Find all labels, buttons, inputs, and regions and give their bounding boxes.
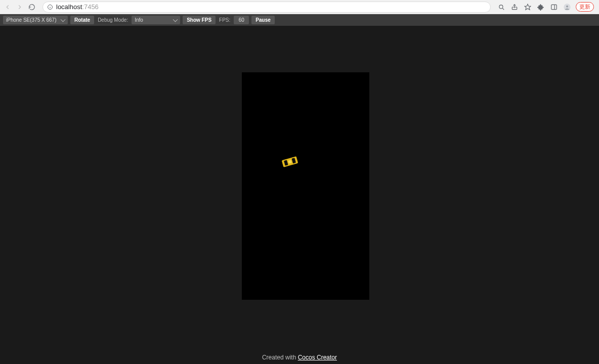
show-fps-button[interactable]: Show FPS bbox=[183, 16, 216, 24]
fps-value: 60 bbox=[239, 17, 244, 23]
forward-icon[interactable] bbox=[15, 3, 24, 12]
svg-marker-6 bbox=[525, 4, 531, 10]
footer-prefix: Created with bbox=[262, 354, 298, 361]
reload-icon[interactable] bbox=[27, 3, 36, 12]
fps-label: FPS: bbox=[218, 17, 231, 23]
device-select[interactable]: iPhone SE(375 X 667) bbox=[3, 16, 68, 24]
device-select-value: iPhone SE(375 X 667) bbox=[6, 17, 57, 23]
svg-line-4 bbox=[502, 8, 504, 10]
search-in-page-icon[interactable] bbox=[497, 3, 506, 12]
url-port: :7456 bbox=[82, 3, 99, 11]
url-text: localhost:7456 bbox=[56, 3, 99, 11]
panel-icon[interactable] bbox=[549, 3, 559, 12]
debug-mode-label: Debug Mode: bbox=[97, 17, 129, 23]
share-icon[interactable] bbox=[510, 3, 519, 12]
site-info-icon[interactable] bbox=[47, 4, 53, 10]
debug-mode-value: Info bbox=[135, 17, 143, 23]
extensions-icon[interactable] bbox=[536, 3, 545, 12]
update-chip[interactable]: 更新 bbox=[576, 2, 594, 12]
debug-mode-select[interactable]: Info bbox=[132, 16, 180, 24]
cocos-dev-toolbar: iPhone SE(375 X 667) Rotate Debug Mode: … bbox=[0, 14, 599, 26]
preview-stage: Created with Cocos Creator bbox=[0, 26, 599, 364]
svg-rect-7 bbox=[551, 5, 557, 9]
address-bar[interactable]: localhost:7456 bbox=[42, 2, 491, 13]
svg-point-3 bbox=[499, 5, 503, 8]
pause-button[interactable]: Pause bbox=[251, 16, 274, 24]
game-preview-canvas[interactable] bbox=[242, 72, 369, 300]
browser-chrome: localhost:7456 更新 bbox=[0, 0, 599, 14]
rotate-button[interactable]: Rotate bbox=[70, 16, 94, 24]
footer-credit: Created with Cocos Creator bbox=[0, 354, 599, 361]
profile-avatar-icon[interactable] bbox=[563, 3, 572, 12]
bookmark-star-icon[interactable] bbox=[523, 3, 532, 12]
svg-point-10 bbox=[566, 5, 568, 7]
fps-value-box[interactable]: 60 bbox=[234, 16, 249, 24]
back-icon[interactable] bbox=[3, 3, 12, 12]
url-host: localhost bbox=[56, 3, 82, 11]
cocos-creator-link[interactable]: Cocos Creator bbox=[298, 354, 337, 361]
car-sprite bbox=[282, 156, 298, 167]
browser-right-icons: 更新 bbox=[497, 2, 596, 12]
